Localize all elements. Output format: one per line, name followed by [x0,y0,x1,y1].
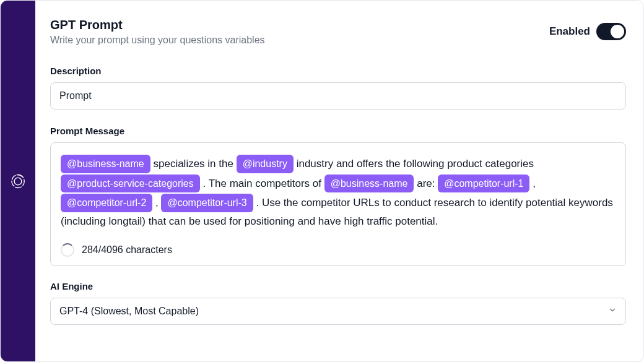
variable-token[interactable]: @product-service-categories [61,175,200,193]
prompt-message-label: Prompt Message [50,126,626,136]
ai-engine-label: AI Engine [50,281,626,291]
variable-token[interactable]: @competitor-url-3 [161,194,253,212]
enabled-label: Enabled [549,25,590,38]
variable-token[interactable]: @business-name [61,155,150,173]
description-label: Description [50,66,626,76]
enabled-toggle[interactable] [596,23,626,40]
spinner-icon [61,243,74,257]
variable-token[interactable]: @business-name [324,175,414,193]
ai-engine-value: GPT-4 (Slowest, Most Capable) [59,306,199,317]
description-input[interactable] [50,82,626,110]
char-count: 284/4096 characters [82,244,172,256]
page-title: GPT Prompt [50,18,549,32]
variable-token[interactable]: @competitor-url-2 [61,194,152,212]
svg-point-0 [14,178,22,185]
variable-token[interactable]: @industry [237,155,294,173]
openai-icon [9,173,27,190]
prompt-content[interactable]: @business-name specializes in the @indus… [61,154,616,230]
variable-token[interactable]: @competitor-url-1 [438,175,529,193]
main-content: GPT Prompt Write your prompt using your … [35,1,643,361]
sidebar [1,1,35,361]
page-subtitle: Write your prompt using your questions v… [50,35,549,46]
ai-engine-select[interactable]: GPT-4 (Slowest, Most Capable) [50,298,626,325]
chevron-down-icon [608,306,617,317]
prompt-message-box[interactable]: @business-name specializes in the @indus… [50,142,626,266]
